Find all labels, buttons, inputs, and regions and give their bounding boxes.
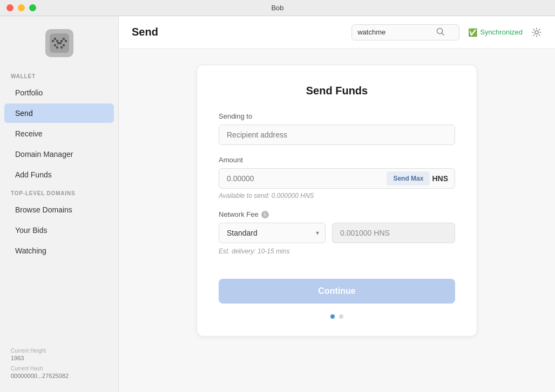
pagination-dots	[219, 314, 455, 319]
sidebar-logo	[0, 16, 118, 68]
currency-label: HNS	[432, 174, 455, 183]
est-delivery-text: Est. delivery: 10-15 mins	[219, 247, 455, 255]
search-box[interactable]	[351, 24, 459, 40]
main-panel: Send ✅ Synchronized	[119, 16, 555, 392]
sidebar-item-receive[interactable]: Receive	[4, 124, 114, 143]
tld-section-label: TOP-LEVEL DOMAINS	[0, 185, 118, 200]
gear-icon	[531, 27, 542, 38]
sidebar-item-domain-manager[interactable]: Domain Manager	[4, 145, 114, 164]
page-title: Send	[132, 26, 158, 38]
fee-type-select[interactable]: Standard Low High Custom	[219, 223, 326, 243]
sidebar: WALLET Portfolio Send Receive Domain Man…	[0, 16, 119, 392]
titlebar: Bob	[0, 0, 555, 16]
pagination-dot-2	[339, 314, 343, 319]
height-label: Current Height	[11, 348, 107, 354]
search-input[interactable]	[357, 28, 433, 36]
minimize-button[interactable]	[18, 4, 25, 11]
sync-status: ✅ Synchronized	[468, 28, 523, 37]
window-title: Bob	[271, 4, 283, 12]
svg-rect-6	[56, 46, 58, 49]
sidebar-item-add-funds[interactable]: Add Funds	[4, 165, 114, 184]
svg-rect-1	[54, 38, 56, 40]
svg-rect-2	[63, 38, 65, 40]
svg-rect-9	[56, 40, 58, 42]
info-icon[interactable]: i	[261, 211, 269, 218]
header: Send ✅ Synchronized	[119, 16, 555, 49]
sidebar-item-portfolio[interactable]: Portfolio	[4, 83, 114, 102]
pagination-dot-1	[330, 314, 335, 319]
sidebar-footer: Current Height 1963 Current Hash 0000000…	[0, 343, 118, 383]
height-value: 1963	[11, 355, 107, 361]
send-funds-card: Send Funds Sending to Amount Send Max HN…	[197, 65, 477, 336]
amount-row: Send Max HNS	[219, 168, 455, 189]
settings-button[interactable]	[531, 27, 542, 38]
svg-rect-10	[60, 40, 63, 42]
close-button[interactable]	[6, 4, 13, 11]
svg-rect-11	[57, 42, 62, 44]
network-fee-label: Network Fee i	[219, 210, 455, 218]
available-text: Available to send: 0.000000 HNS	[219, 192, 455, 200]
window-controls	[6, 4, 36, 11]
amount-input[interactable]	[219, 169, 387, 188]
app-logo-icon	[45, 29, 73, 57]
fee-row: Standard Low High Custom ▾	[219, 223, 455, 243]
continue-button[interactable]: Continue	[219, 279, 455, 304]
svg-rect-7	[60, 46, 63, 49]
sidebar-item-browse-domains[interactable]: Browse Domains	[4, 200, 114, 219]
amount-label: Amount	[219, 156, 455, 164]
logo-svg	[50, 33, 69, 53]
sync-label: Synchronized	[480, 28, 523, 36]
hash-value: 00000000...27625082	[11, 373, 107, 379]
network-fee-field-group: Network Fee i Standard Low High Custom ▾	[219, 210, 455, 255]
svg-line-13	[442, 33, 444, 35]
svg-rect-4	[65, 40, 67, 42]
sidebar-item-send[interactable]: Send	[4, 104, 114, 123]
recipient-address-input[interactable]	[219, 125, 455, 145]
svg-point-14	[535, 31, 538, 34]
maximize-button[interactable]	[29, 4, 36, 11]
search-icon	[436, 27, 444, 37]
content-area: Send Funds Sending to Amount Send Max HN…	[119, 49, 555, 392]
svg-rect-5	[54, 44, 56, 46]
fee-select-wrapper: Standard Low High Custom ▾	[219, 223, 326, 243]
sidebar-item-your-bids[interactable]: Your Bids	[4, 221, 114, 240]
wallet-section-label: WALLET	[0, 68, 118, 82]
hash-label: Current Hash	[11, 366, 107, 372]
amount-field-group: Amount Send Max HNS Available to send: 0…	[219, 156, 455, 200]
sending-to-label: Sending to	[219, 112, 455, 120]
svg-rect-3	[52, 40, 54, 42]
card-title: Send Funds	[219, 85, 455, 97]
sidebar-item-watching[interactable]: Watching	[4, 241, 114, 260]
sync-check-icon: ✅	[468, 28, 477, 37]
send-max-button[interactable]: Send Max	[387, 171, 430, 185]
app-container: WALLET Portfolio Send Receive Domain Man…	[0, 16, 555, 392]
sending-to-field-group: Sending to	[219, 112, 455, 145]
fee-value-input	[332, 223, 455, 243]
svg-rect-8	[63, 44, 65, 46]
